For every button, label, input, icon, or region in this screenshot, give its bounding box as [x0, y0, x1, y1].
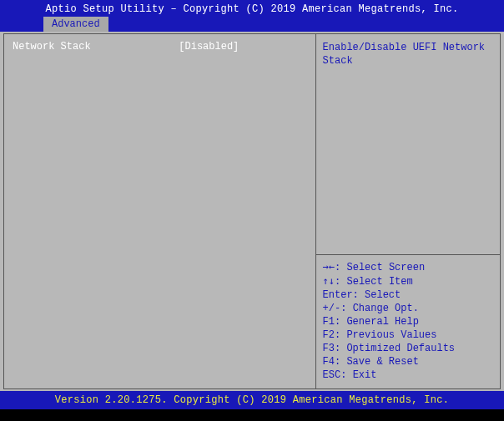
- legend-exit: ESC: Exit: [323, 368, 493, 382]
- legend-general-help: F1: General Help: [323, 315, 493, 328]
- legend-select-screen: →←: Select Screen: [323, 260, 493, 274]
- help-panel: Enable/Disable UEFI Network Stack: [316, 34, 500, 255]
- key: →←:: [323, 261, 341, 273]
- action: Select: [365, 289, 401, 301]
- settings-panel: Network Stack [Disabled]: [4, 34, 316, 388]
- key: ESC:: [323, 369, 347, 381]
- legend-change-opt: +/-: Change Opt.: [323, 302, 493, 315]
- header-bar: Aptio Setup Utility – Copyright (C) 2019…: [0, 0, 504, 17]
- action: Change Opt.: [353, 303, 419, 314]
- legend-select-item: ↑↓: Select Item: [323, 274, 493, 288]
- key: ↑↓:: [323, 275, 341, 287]
- key: F3:: [323, 343, 341, 354]
- action: Select Item: [347, 276, 413, 288]
- legend-optimized-defaults: F3: Optimized Defaults: [323, 342, 493, 355]
- action: Select Screen: [347, 262, 426, 273]
- action: Exit: [353, 369, 377, 381]
- action: Previous Values: [346, 329, 436, 341]
- key: F4:: [323, 356, 341, 368]
- footer-version: Version 2.20.1275. Copyright (C) 2019 Am…: [55, 394, 450, 406]
- tab-label: Advanced: [52, 18, 100, 30]
- key: F1:: [323, 316, 341, 328]
- right-panel: Enable/Disable UEFI Network Stack →←: Se…: [316, 34, 500, 388]
- footer-bar: Version 2.20.1275. Copyright (C) 2019 Am…: [0, 391, 504, 409]
- bios-screen: Aptio Setup Utility – Copyright (C) 2019…: [0, 0, 504, 421]
- setting-value: [Disabled]: [179, 41, 306, 53]
- legend-panel: →←: Select Screen ↑↓: Select Item Enter:…: [316, 255, 500, 388]
- action: Optimized Defaults: [346, 343, 455, 354]
- header-title: Aptio Setup Utility – Copyright (C) 2019…: [45, 3, 458, 15]
- footer-spacer: [0, 409, 504, 421]
- legend-save-reset: F4: Save & Reset: [323, 355, 493, 368]
- setting-row-network-stack[interactable]: Network Stack [Disabled]: [13, 41, 307, 53]
- legend-previous-values: F2: Previous Values: [323, 328, 493, 342]
- tab-row: Advanced: [0, 17, 504, 32]
- action: Save & Reset: [346, 356, 418, 368]
- key: Enter:: [323, 289, 359, 301]
- legend-select: Enter: Select: [323, 288, 493, 302]
- help-description: Enable/Disable UEFI Network Stack: [323, 42, 485, 67]
- tab-advanced[interactable]: Advanced: [43, 17, 108, 32]
- key: +/-:: [323, 303, 347, 314]
- setting-label: Network Stack: [13, 41, 179, 53]
- key: F2:: [323, 329, 341, 341]
- main-area: Network Stack [Disabled] Enable/Disable …: [3, 33, 501, 389]
- action: General Help: [346, 316, 418, 328]
